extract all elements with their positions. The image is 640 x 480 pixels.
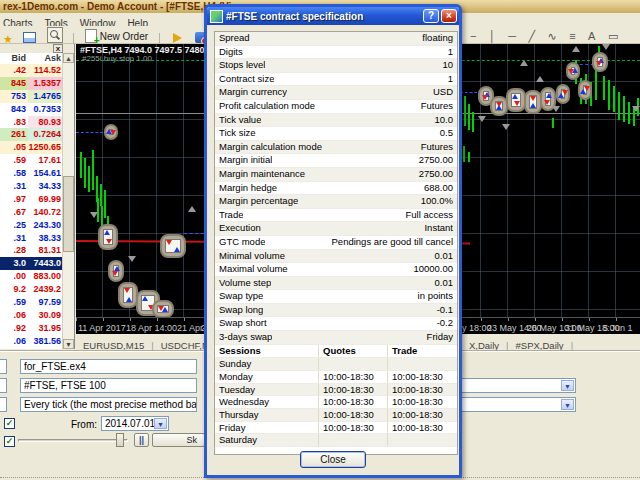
- candle-bar: [595, 70, 597, 100]
- candle-bar: [623, 96, 625, 122]
- pause-button[interactable]: ||: [134, 433, 149, 447]
- market-watch-row[interactable]: .25243.30: [0, 219, 63, 232]
- from-date-select[interactable]: 2014.07.01 ▼: [101, 416, 169, 431]
- spec-label: Swap short: [215, 317, 267, 330]
- market-watch-close-button[interactable]: x: [53, 44, 63, 53]
- spec-label: Margin initial: [215, 154, 272, 167]
- market-watch-row[interactable]: 8430.7353: [0, 103, 63, 116]
- market-watch-row[interactable]: .5917.61: [0, 154, 63, 167]
- skip-button[interactable]: Sk: [152, 433, 205, 447]
- ask-value: 114.52: [28, 64, 63, 77]
- bid-value: 753: [0, 90, 28, 103]
- spec-label: Tick value: [215, 114, 261, 127]
- spec-value: Futures: [322, 141, 457, 154]
- cursor-tool-icon[interactable]: −: [470, 30, 476, 42]
- ask-column-header[interactable]: Ask: [28, 53, 63, 64]
- market-watch-rows: .42114.528451.53577531.47658430.7353.838…: [0, 64, 63, 348]
- market-watch-row[interactable]: .06381.56: [0, 335, 63, 348]
- close-button[interactable]: Close: [300, 451, 366, 468]
- spec-label: Margin percentage: [215, 195, 298, 208]
- market-watch-row[interactable]: .9769.99: [0, 193, 63, 206]
- trade-arrow-icon: [162, 307, 168, 312]
- expert-advisor-select[interactable]: for_FTSE.ex4: [20, 359, 197, 374]
- market-watch-row[interactable]: 3.07443.0: [0, 257, 63, 270]
- candle-bar: [97, 198, 99, 222]
- candle-bar: [628, 102, 630, 124]
- market-watch-row[interactable]: .67140.72: [0, 206, 63, 219]
- use-date-checkbox[interactable]: ✓: [4, 418, 15, 429]
- chevron-down-icon[interactable]: ▼: [561, 380, 574, 391]
- spec-value: Futures: [315, 100, 457, 113]
- help-button[interactable]: ?: [423, 9, 439, 23]
- crosshair-button[interactable]: [45, 27, 65, 43]
- trade-marker-card: [109, 129, 113, 135]
- market-watch-row[interactable]: 2610.7264: [0, 128, 63, 141]
- market-watch-row[interactable]: .051250.65: [0, 141, 63, 154]
- label-tool-icon[interactable]: ▭: [608, 30, 618, 42]
- market-watch-row[interactable]: .0630.09: [0, 309, 63, 322]
- visual-speed-slider[interactable]: [18, 439, 128, 442]
- market-watch-row[interactable]: .58154.61: [0, 167, 63, 180]
- cut-off-control: [0, 397, 7, 412]
- trade-marker: [578, 80, 592, 100]
- model-value: Every tick (the most precise method base…: [24, 399, 197, 410]
- spec-label: Volume step: [215, 277, 271, 290]
- chevron-down-icon[interactable]: ▼: [154, 418, 167, 429]
- spec-row: Digits1: [215, 46, 457, 60]
- spec-row: Margin maintenance2750.00: [215, 168, 457, 182]
- channel-tool-icon[interactable]: ∿: [548, 30, 557, 42]
- session-row: Sunday: [215, 358, 457, 371]
- scroll-down-button[interactable]: ▼: [63, 339, 74, 349]
- cut-off-control: [0, 359, 7, 374]
- bid-column-header[interactable]: Bid: [0, 53, 28, 64]
- visual-mode-checkbox[interactable]: ✓: [4, 436, 15, 447]
- market-watch-row[interactable]: .42114.52: [0, 64, 63, 77]
- text-tool-icon[interactable]: A: [588, 30, 595, 42]
- chevron-down-icon[interactable]: ▼: [561, 399, 574, 410]
- close-icon[interactable]: ×: [441, 9, 457, 23]
- spec-row: TradeFull access: [215, 209, 457, 223]
- market-watch-row[interactable]: .00883.00: [0, 270, 63, 283]
- market-watch-row[interactable]: .2881.31: [0, 244, 63, 257]
- slider-thumb[interactable]: [116, 433, 124, 447]
- bid-value: .97: [0, 193, 28, 206]
- order-arrow-icon: [572, 46, 580, 52]
- magnifier-icon: [47, 27, 63, 43]
- market-watch-row[interactable]: 7531.4765: [0, 90, 63, 103]
- spec-row: GTC modePendings are good till cancel: [215, 236, 457, 250]
- toolbar-separator: [73, 33, 74, 45]
- contract-specification-dialog: #FTSE contract specification ? × Spreadf…: [204, 4, 462, 478]
- market-watch-row[interactable]: .3138.33: [0, 232, 63, 245]
- market-watch-scrollbar[interactable]: ▲ ▼: [62, 53, 74, 349]
- vertical-line-tool-icon[interactable]: │: [489, 30, 496, 42]
- order-arrow-icon: [188, 206, 196, 212]
- trade-marker-card: [113, 265, 119, 277]
- scrollbar-thumb[interactable]: [63, 176, 74, 252]
- trade-marker-card: [123, 287, 133, 303]
- order-arrow-icon: [128, 256, 136, 262]
- market-watch-row[interactable]: .3134.33: [0, 180, 63, 193]
- session-day: Friday: [215, 422, 318, 434]
- market-watch-row[interactable]: 9.22439.2: [0, 283, 63, 296]
- spec-label: Spread: [215, 32, 250, 45]
- market-watch-row[interactable]: 8451.5357: [0, 77, 63, 90]
- trendline-tool-icon[interactable]: ╱: [528, 30, 535, 42]
- market-watch-row[interactable]: .5997.59: [0, 296, 63, 309]
- market-watch-row[interactable]: .9231.95: [0, 322, 63, 335]
- fibonacci-tool-icon[interactable]: ≡: [569, 30, 575, 42]
- spec-value: 10: [265, 59, 457, 72]
- model-select[interactable]: Every tick (the most precise method base…: [20, 397, 197, 412]
- market-watch-row[interactable]: .8380.93: [0, 116, 63, 129]
- new-order-button[interactable]: New Order: [83, 28, 150, 44]
- horizontal-line-tool-icon[interactable]: ─: [508, 30, 516, 42]
- dialog-titlebar[interactable]: #FTSE contract specification ? ×: [207, 7, 459, 25]
- symbol-select[interactable]: #FTSE, FTSE 100: [20, 378, 197, 393]
- candle-bar: [80, 152, 82, 178]
- session-day: Monday: [215, 371, 318, 383]
- candle-bar: [608, 80, 610, 110]
- spec-label: Tick size: [215, 127, 256, 140]
- spec-row: Margin currencyUSD: [215, 86, 457, 100]
- scroll-up-button[interactable]: ▲: [63, 53, 74, 63]
- spec-row: Tick value10.0: [215, 114, 457, 128]
- trade-marker-card: [157, 305, 169, 313]
